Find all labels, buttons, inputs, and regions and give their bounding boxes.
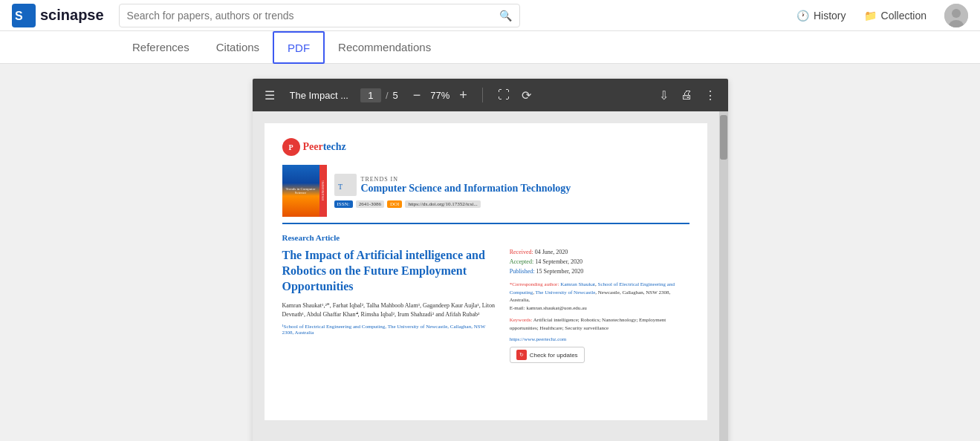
article-authors: Kamran Shaukat¹,²*, Farhat Iqbal², Talha… [282,301,498,319]
zoom-in-button[interactable]: + [456,86,470,105]
tab-recommendations[interactable]: Recommendations [325,31,444,64]
website-url[interactable]: https://www.peertechz.com [510,336,567,342]
journal-section: Trends in Computer Science ENGINEERING T [282,165,689,224]
journal-trends-label: TRENDS IN [361,176,571,183]
more-options-button[interactable]: ⋮ [701,85,719,105]
history-label: History [814,10,846,22]
journal-badges: ISSN: 2641-3086 DOI https://dx.doi.org/1… [334,200,571,208]
journal-cover: Trends in Computer Science ENGINEERING [282,165,327,217]
doi-badge-label: DOI [387,200,402,208]
clock-icon: 🕐 [796,10,809,22]
scinapse-logo-icon: S [12,4,36,27]
tab-references[interactable]: References [119,31,203,64]
pdf-scroll-area[interactable]: P Peertechz Trends in Computer Science [253,111,719,441]
rotate-button[interactable]: ⟳ [519,85,534,105]
keywords-label: Keywords: [510,317,533,323]
pdf-title: The Impact ... [290,90,348,101]
published-date: 15 September, 2020 [536,268,583,275]
toolbar-right-controls: ⛶ ⟳ [495,85,534,105]
corresponding-email: E-mail: kamran.shaukat@uon.edu.au [510,304,689,313]
zoom-controls: − 77% + [410,86,470,105]
check-updates-button[interactable]: ↻ Check for updates [510,347,585,363]
journal-info: T TRENDS IN Computer Science and Informa… [334,165,571,217]
history-nav-item[interactable]: 🕐 History [796,10,846,22]
article-right-col: Received: 04 June, 2020 Accepted: 14 Sep… [510,248,689,363]
corresponding-name[interactable]: Kamran Shaukat [560,281,595,287]
issn-badge-label: ISSN: [334,200,353,208]
pdf-scrollbar[interactable] [719,111,728,441]
svg-text:T: T [338,183,343,191]
svg-point-3 [952,9,961,18]
search-bar[interactable]: 🔍 [119,4,520,27]
zoom-value: 77% [426,90,453,101]
search-icon: 🔍 [499,10,512,22]
user-avatar[interactable] [944,4,968,27]
issn-value: 2641-3086 [356,200,384,208]
keywords-block: Keywords: Artificial intelligence; Robot… [510,316,689,332]
check-updates-icon: ↻ [516,350,527,360]
peertechz-logo: P Peertechz [282,138,346,156]
pdf-page: P Peertechz Trends in Computer Science [265,123,707,420]
page-indicator: / 5 [360,88,398,102]
app-header: S scinapse 🔍 🕐 History 📁 Collection [0,0,980,31]
received-date: 04 June, 2020 [535,249,568,255]
toolbar-divider [482,88,483,102]
search-input[interactable] [127,10,499,22]
research-article-label: Research Article [282,233,689,242]
pdf-content-area: P Peertechz Trends in Computer Science [253,111,728,441]
menu-button[interactable]: ☰ [262,85,278,105]
corresponding-uni[interactable]: The University of Newcastle [536,290,596,295]
peertechz-icon: P [282,138,300,156]
tabs-nav: References Citations PDF Recommendations [0,31,980,64]
received-label: Received: [510,249,533,255]
journal-cover-stripe: ENGINEERING [319,165,327,217]
briefcase-icon: 📁 [864,10,877,22]
collection-label: Collection [881,10,927,22]
collection-nav-item[interactable]: 📁 Collection [864,10,927,22]
print-button[interactable]: 🖨 [678,85,695,105]
journal-title: Computer Science and Information Technol… [361,183,571,195]
check-updates-label: Check for updates [530,352,578,359]
article-left-col: The Impact of Artificial intelligence an… [282,248,498,363]
journal-logo-icon: T [337,176,354,194]
tab-citations[interactable]: Citations [203,31,273,64]
doi-value: https://dx.doi.org/10.17352/tcsi... [405,200,480,208]
tab-pdf[interactable]: PDF [273,31,325,64]
corresponding-block: *Corresponding author: Kamran Shaukat, S… [510,281,689,312]
dates-block: Received: 04 June, 2020 Accepted: 14 Sep… [510,248,689,276]
pdf-viewer: ☰ The Impact ... / 5 − 77% + ⛶ ⟳ ⇩ 🖨 ⋮ [253,79,728,441]
peertechz-header: P Peertechz [282,138,689,156]
accepted-date: 14 September, 2020 [535,258,583,265]
article-affiliation: ¹School of Electrical Engineering and Co… [282,324,498,336]
article-body: The Impact of Artificial intelligence an… [282,248,689,363]
svg-text:S: S [15,10,23,22]
download-button[interactable]: ⇩ [656,85,672,105]
keywords-values: Artificial intelligence; Robotics; Nanot… [510,317,666,331]
accepted-label: Accepted: [510,258,533,265]
pdf-scrollbar-thumb[interactable] [720,115,727,160]
peertechz-name: Peertechz [303,141,346,153]
corresponding-label: *Corresponding author: [510,281,559,287]
avatar-image [944,4,968,27]
logo[interactable]: S scinapse [12,4,104,27]
header-right: 🕐 History 📁 Collection [796,4,968,27]
website-link[interactable]: https://www.peertechz.com [510,336,689,342]
pdf-toolbar: ☰ The Impact ... / 5 − 77% + ⛶ ⟳ ⇩ 🖨 ⋮ [253,79,728,111]
zoom-out-button[interactable]: − [410,86,424,105]
page-number-input[interactable] [360,88,381,102]
logo-text: scinapse [40,7,104,24]
published-label: Published: [510,268,535,275]
fit-page-button[interactable]: ⛶ [495,85,513,105]
main-content: ☰ The Impact ... / 5 − 77% + ⛶ ⟳ ⇩ 🖨 ⋮ [0,64,980,441]
article-title: The Impact of Artificial intelligence an… [282,248,498,294]
page-total: 5 [393,90,398,101]
page-separator: / [386,90,389,101]
